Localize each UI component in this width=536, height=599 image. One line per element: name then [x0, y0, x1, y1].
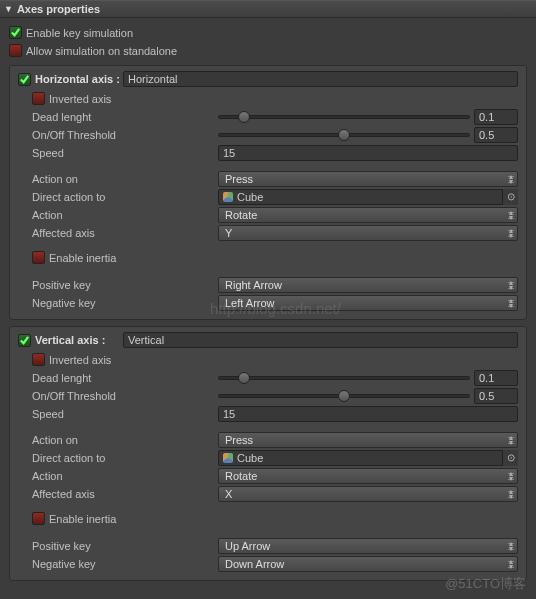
enable-inertia-label: Enable inertia — [49, 252, 116, 264]
action-label: Action — [32, 470, 218, 482]
object-picker-icon[interactable]: ⊙ — [502, 189, 518, 205]
foldout-arrow-icon: ▼ — [4, 4, 13, 14]
axis-name-field[interactable]: Horizontal — [123, 71, 518, 87]
negative-key-label: Negative key — [32, 558, 218, 570]
enable-inertia-label: Enable inertia — [49, 513, 116, 525]
direct-action-to-field[interactable]: Cube ⊙ — [218, 189, 518, 205]
axis-name-field[interactable]: Vertical — [123, 332, 518, 348]
dead-length-label: Dead lenght — [32, 372, 218, 384]
positive-key-dropdown[interactable]: Right Arrow▴▾ — [218, 277, 518, 293]
direct-action-to-label: Direct action to — [32, 191, 218, 203]
direct-action-to-label: Direct action to — [32, 452, 218, 464]
threshold-value[interactable]: 0.5 — [474, 388, 518, 404]
threshold-value[interactable]: 0.5 — [474, 127, 518, 143]
allow-standalone-checkbox[interactable] — [9, 44, 22, 57]
speed-field[interactable]: 15 — [218, 145, 518, 161]
threshold-label: On/Off Threshold — [32, 129, 218, 141]
positive-key-label: Positive key — [32, 279, 218, 291]
affected-axis-label: Affected axis — [32, 488, 218, 500]
negative-key-dropdown[interactable]: Down Arrow▴▾ — [218, 556, 518, 572]
inverted-axis-checkbox[interactable] — [32, 353, 45, 366]
direct-action-to-field[interactable]: Cube ⊙ — [218, 450, 518, 466]
dead-length-value[interactable]: 0.1 — [474, 370, 518, 386]
speed-label: Speed — [32, 408, 218, 420]
panel-header[interactable]: ▼ Axes properties — [0, 0, 536, 18]
threshold-label: On/Off Threshold — [32, 390, 218, 402]
dead-length-label: Dead lenght — [32, 111, 218, 123]
axis-title: Horizontal axis : — [35, 73, 123, 85]
inverted-axis-label: Inverted axis — [49, 354, 111, 366]
enable-inertia-checkbox[interactable] — [32, 251, 45, 264]
vertical-axis-section: Vertical axis : Vertical Inverted axis D… — [9, 326, 527, 581]
inverted-axis-label: Inverted axis — [49, 93, 111, 105]
enable-key-simulation-checkbox[interactable] — [9, 26, 22, 39]
speed-label: Speed — [32, 147, 218, 159]
threshold-slider[interactable] — [218, 394, 470, 398]
horizontal-axis-section: Horizontal axis : Horizontal Inverted ax… — [9, 65, 527, 320]
enable-key-simulation-label: Enable key simulation — [26, 27, 133, 39]
action-on-label: Action on — [32, 434, 218, 446]
inverted-axis-checkbox[interactable] — [32, 92, 45, 105]
dead-length-slider[interactable] — [218, 376, 470, 380]
action-on-dropdown[interactable]: Press▴▾ — [218, 171, 518, 187]
affected-axis-label: Affected axis — [32, 227, 218, 239]
dead-length-value[interactable]: 0.1 — [474, 109, 518, 125]
action-on-label: Action on — [32, 173, 218, 185]
axis-enabled-checkbox[interactable] — [18, 73, 31, 86]
allow-standalone-label: Allow simulation on standalone — [26, 45, 177, 57]
allow-standalone-row: Allow simulation on standalone — [9, 42, 527, 59]
action-dropdown[interactable]: Rotate▴▾ — [218, 468, 518, 484]
speed-field[interactable]: 15 — [218, 406, 518, 422]
action-on-dropdown[interactable]: Press▴▾ — [218, 432, 518, 448]
affected-axis-dropdown[interactable]: X▴▾ — [218, 486, 518, 502]
dead-length-slider[interactable] — [218, 115, 470, 119]
gameobject-icon — [223, 453, 233, 463]
axis-title: Vertical axis : — [35, 334, 123, 346]
threshold-slider[interactable] — [218, 133, 470, 137]
gameobject-icon — [223, 192, 233, 202]
negative-key-label: Negative key — [32, 297, 218, 309]
object-picker-icon[interactable]: ⊙ — [502, 450, 518, 466]
enable-key-simulation-row: Enable key simulation — [9, 24, 527, 41]
enable-inertia-checkbox[interactable] — [32, 512, 45, 525]
positive-key-dropdown[interactable]: Up Arrow▴▾ — [218, 538, 518, 554]
action-dropdown[interactable]: Rotate▴▾ — [218, 207, 518, 223]
axis-enabled-checkbox[interactable] — [18, 334, 31, 347]
negative-key-dropdown[interactable]: Left Arrow▴▾ — [218, 295, 518, 311]
positive-key-label: Positive key — [32, 540, 218, 552]
affected-axis-dropdown[interactable]: Y▴▾ — [218, 225, 518, 241]
action-label: Action — [32, 209, 218, 221]
panel-title: Axes properties — [17, 3, 100, 15]
